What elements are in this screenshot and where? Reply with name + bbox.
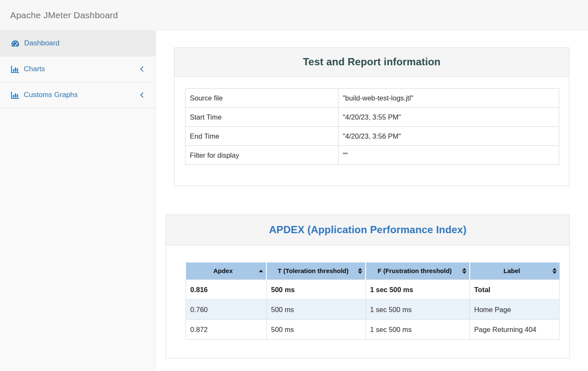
apdex-row: 0.872 500 ms 1 sec 500 ms Page Returning… — [186, 319, 560, 339]
frustration-value: 1 sec 500 ms — [366, 299, 470, 319]
bar-chart-icon — [11, 92, 19, 99]
panel-body: Apdex T (Toleration threshold) F (Frustr… — [166, 245, 569, 358]
panel-title: Test and Report information — [181, 56, 563, 68]
apdex-value: 0.760 — [186, 299, 267, 319]
toleration-value: 500 ms — [266, 299, 366, 319]
sidebar-item-dashboard[interactable]: Dashboard — [0, 31, 155, 56]
info-label: Filter for display — [186, 146, 338, 165]
info-label: Source file — [186, 89, 338, 108]
column-label: Apdex — [213, 267, 233, 274]
sidebar: Dashboard Charts — [0, 31, 156, 371]
column-header-toleration[interactable]: T (Toleration threshold) — [266, 262, 366, 279]
table-row: Filter for display "" — [186, 146, 559, 165]
column-header-apdex[interactable]: Apdex — [186, 262, 267, 279]
chevron-left-icon — [139, 92, 144, 98]
sidebar-item-label: Customs Graphs — [24, 91, 78, 99]
column-label: F (Frustration threshold) — [377, 267, 452, 274]
tachometer-icon — [11, 40, 19, 47]
column-label: T (Toleration threshold) — [278, 267, 349, 274]
toleration-value: 500 ms — [266, 319, 366, 339]
label-value: Total — [470, 279, 560, 299]
panel-title: APDEX (Application Performance Index) — [172, 224, 563, 236]
column-header-frustration[interactable]: F (Frustration threshold) — [366, 262, 470, 279]
toleration-value: 500 ms — [266, 279, 366, 299]
apdex-row-total: 0.816 500 ms 1 sec 500 ms Total — [186, 279, 560, 299]
label-value: Page Returning 404 — [470, 319, 560, 339]
test-report-info-panel: Test and Report information Source file … — [174, 47, 569, 186]
column-header-label[interactable]: Label — [470, 262, 560, 279]
apdex-row: 0.760 500 ms 1 sec 500 ms Home Page — [186, 299, 560, 319]
page-layout: Dashboard Charts — [0, 31, 588, 371]
table-row: End Time "4/20/23, 3:56 PM" — [186, 127, 559, 146]
panel-heading: APDEX (Application Performance Index) — [166, 215, 569, 245]
info-label: End Time — [186, 127, 338, 146]
sort-icon — [462, 268, 466, 274]
sort-asc-icon — [259, 270, 263, 272]
sort-icon — [358, 268, 362, 274]
panel-heading: Test and Report information — [175, 48, 569, 77]
frustration-value: 1 sec 500 ms — [366, 279, 470, 299]
chevron-left-icon — [139, 66, 144, 73]
info-value: "4/20/23, 3:55 PM" — [338, 108, 559, 127]
column-label: Label — [504, 267, 520, 274]
info-value: "4/20/23, 3:56 PM" — [338, 127, 559, 146]
label-value: Home Page — [470, 299, 560, 319]
frustration-value: 1 sec 500 ms — [366, 319, 470, 339]
apdex-value: 0.872 — [186, 319, 267, 339]
bar-chart-icon — [11, 66, 19, 73]
apdex-value: 0.816 — [186, 279, 267, 299]
apdex-table: Apdex T (Toleration threshold) F (Frustr… — [186, 262, 560, 340]
sidebar-item-charts[interactable]: Charts — [0, 56, 155, 82]
panel-body: Source file "build-web-test-logs.jtl" St… — [175, 77, 569, 186]
table-row: Source file "build-web-test-logs.jtl" — [186, 89, 559, 108]
sidebar-item-label: Dashboard — [24, 39, 59, 47]
info-value: "" — [338, 146, 559, 165]
sidebar-item-customs-graphs[interactable]: Customs Graphs — [0, 82, 155, 108]
table-header-row: Apdex T (Toleration threshold) F (Frustr… — [186, 262, 560, 279]
main-content: Test and Report information Source file … — [156, 31, 588, 371]
info-value: "build-web-test-logs.jtl" — [338, 89, 559, 108]
info-label: Start Time — [186, 108, 338, 127]
app-title: Apache JMeter Dashboard — [10, 10, 118, 20]
table-row: Start Time "4/20/23, 3:55 PM" — [186, 108, 559, 127]
sort-icon — [552, 268, 557, 274]
app-header: Apache JMeter Dashboard — [0, 0, 588, 31]
apdex-panel: APDEX (Application Performance Index) Ap… — [166, 215, 570, 358]
test-info-table: Source file "build-web-test-logs.jtl" St… — [185, 88, 559, 165]
sidebar-item-label: Charts — [24, 65, 45, 73]
